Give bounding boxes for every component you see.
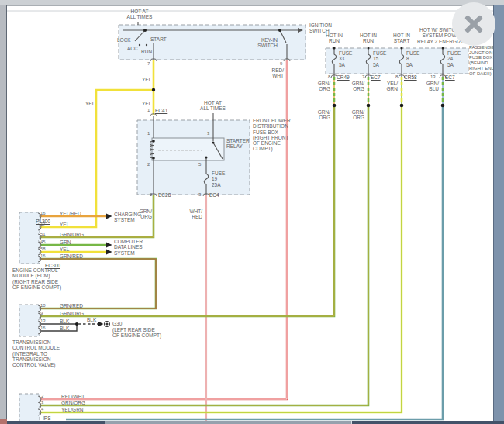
ecm-pin-58: 58 [40, 246, 46, 252]
pin-ec28: 8 [150, 192, 152, 198]
ground-location-label: (LEFT REAR SIDE OF ENGINE COMPT) [112, 327, 161, 339]
starter-relay-outline [152, 138, 224, 160]
fuse2-pin: 7 [362, 74, 364, 80]
relay-pin-2: 2 [147, 162, 150, 167]
tcm-pin-13: 13 [40, 319, 46, 324]
corner-marker [0, 419, 7, 424]
ips-pin-4: 4 [41, 407, 43, 412]
wire-label-yel-3: YEL [142, 101, 151, 106]
position-start: START [150, 36, 167, 42]
tcm-wire-16: BLK [60, 326, 69, 331]
top-bar [0, 0, 504, 6]
connector-ec4: EC4 [209, 192, 219, 198]
fuse-19-label: FUSE 19 25A [212, 171, 225, 188]
fuse2-wire-label-2: GRN/ ORG [349, 109, 364, 121]
pin-ec4: 3 [198, 192, 201, 198]
ips-box [19, 394, 40, 423]
ecm-wire-58: YEL [60, 246, 69, 252]
charging-system-label: CHARGING SYSTEM [114, 212, 141, 223]
position-run: RUN [141, 49, 152, 54]
ecm-pin-17: 17 [40, 222, 46, 227]
ecm-pin-51: 51 [40, 232, 46, 237]
wire-label-yel-2: YEL [85, 101, 95, 106]
fuse1-header: HOT IN RUN [317, 33, 351, 44]
ecm-wire-17: YEL [60, 222, 69, 227]
fuse1-label: FUSE 33 5A [339, 50, 352, 67]
fuse1-pin: 8 [328, 74, 330, 80]
fuse3-wire-label: YEL/ GRN [382, 81, 398, 92]
ecm-wire-51: GRN/ORG [60, 232, 84, 237]
ips-wire-3: GRN/ORG [61, 400, 85, 405]
tcm-wire-13: BLK [60, 319, 69, 324]
wire-label-yel-1: YEL [142, 77, 151, 82]
pin-key-in: 9 [280, 61, 282, 67]
starter-relay-label: STARTER RELAY [226, 138, 250, 150]
tcm-pin-9: 9 [40, 311, 43, 316]
tcm-pin-16: 16 [40, 326, 46, 331]
computer-data-lines-label: COMPUTER DATA LINES SYSTEM [114, 239, 143, 256]
ips-wire-2: RED/WHT [61, 394, 85, 399]
left-strip [0, 5, 7, 421]
fuse4-connector: EC7 [445, 74, 455, 80]
ecm-label: ENGINE CONTROL MODULE (ECM) (RIGHT REAR … [12, 267, 61, 290]
key-in-switch-label: KEY-IN SWITCH [250, 37, 278, 49]
fuse2-connector: EC7 [371, 74, 381, 80]
ips-wire-4: YEL/GRN [61, 407, 84, 412]
hot-at-all-times-ignition: HOT AT ALL TIMES [121, 9, 158, 20]
vertical-scrollbar[interactable] [493, 5, 504, 421]
ecm-pin-16b: 16 [40, 253, 46, 259]
tcm-box [19, 305, 40, 336]
ecm-wire-16b: GRN/RED [60, 253, 83, 259]
fuse2-header: HOT IN RUN [351, 33, 385, 44]
connector-ec28: EC28 [158, 192, 171, 198]
horizontal-scrollbar-thumb[interactable] [105, 421, 352, 424]
fuse2-label: FUSE 15 5A [373, 50, 386, 67]
relay-pin-1: 1 [147, 131, 150, 136]
ecm-wire-16a: YEL/RED [60, 211, 81, 216]
hot-at-all-times-front: HOT AT ALL TIMES [195, 100, 230, 112]
tcm-pin-10: 10 [40, 303, 46, 309]
tcm-wire-9: GRN/ORG [60, 311, 84, 316]
position-acc: ACC [127, 46, 138, 51]
relay-pin-3: 3 [207, 131, 209, 136]
front-box-label: FRONT POWER DISTRIBUTION FUSE BOX (RIGHT… [253, 118, 291, 152]
fuse4-label: FUSE 24 5A [447, 50, 461, 67]
ecm-pin-45: 45 [40, 240, 46, 245]
fuse3-label: FUSE 8 5A [406, 50, 419, 67]
ground-g30-label: G30 [112, 321, 122, 326]
tcm-wire-10: GRN/RED [60, 303, 83, 309]
wire-label-red-wht: RED/ WHT [268, 67, 284, 79]
connector-ec41: EC41 [155, 108, 167, 113]
ground-wire-label: BLK [87, 317, 96, 322]
fuse1-connector: CR49 [337, 74, 350, 80]
position-lock: LOCK [117, 37, 131, 43]
tcm-label: TRANSMISSION CONTROL MODULE (INTEGRAL TO… [12, 340, 60, 367]
fuse1-wire-label-2: GRN/ ORG [315, 109, 330, 121]
ips-pin-3: 3 [41, 400, 43, 405]
wire-label-wht-red: WHT/ RED [188, 209, 202, 220]
fuse4-wire-label: GRN/ BLU [423, 81, 439, 92]
close-button[interactable] [452, 2, 495, 46]
fuse1-wire-label: GRN/ ORG [315, 81, 330, 92]
wiring-diagram-viewer: HOT AT ALL TIMES IGNITION SWITCH LOCK AC… [0, 0, 504, 424]
fuse3-pin: 8 [395, 74, 398, 80]
relay-pin-5: 5 [198, 162, 201, 167]
fuse3-connector: CR58 [404, 74, 417, 80]
pin-ec41: 1 [147, 108, 150, 113]
ips-pin-2: 2 [41, 394, 43, 399]
fuse2-wire-label: GRN/ ORG [349, 81, 364, 92]
ecm-pin-16a: 16 [40, 211, 46, 216]
ecm-wire-45: GRN [60, 240, 71, 245]
pin-start: 7 [147, 61, 150, 67]
fuse4-pin: 13 [430, 74, 436, 80]
